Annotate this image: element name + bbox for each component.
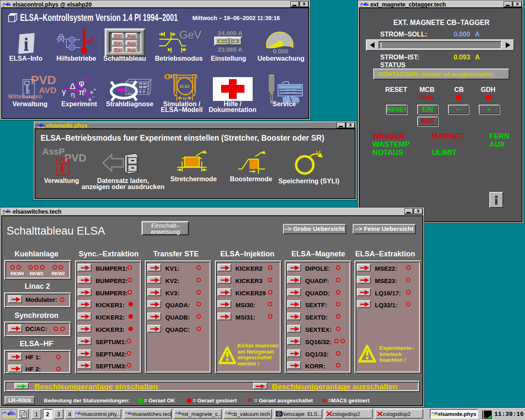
svg-text:0: 0: [83, 87, 86, 94]
svg-text:+: +: [94, 87, 96, 92]
svg-text:Ein: Ein: [114, 48, 121, 53]
svg-text:GeV: GeV: [179, 29, 201, 41]
svg-text:Δ: Δ: [70, 81, 75, 91]
svg-text:ELSA: ELSA: [4, 414, 15, 419]
svg-text:Ein: Ein: [114, 41, 121, 47]
svg-text:M: M: [70, 38, 73, 42]
svg-text:γ: γ: [62, 87, 66, 96]
svg-text:24.000 A: 24.000 A: [218, 30, 242, 37]
svg-text:Aus: Aus: [128, 48, 136, 53]
svg-text:0: 0: [92, 37, 94, 41]
svg-text:ELSA: ELSA: [432, 414, 439, 417]
svg-text:ELSA: ELSA: [176, 414, 183, 417]
svg-text:M: M: [70, 45, 73, 50]
svg-text:ELSA: ELSA: [180, 84, 189, 89]
svg-text:ELSA: ELSA: [75, 414, 82, 417]
svg-text:η: η: [71, 91, 75, 98]
svg-text:γ: γ: [316, 148, 321, 157]
svg-text:ELSA: ELSA: [226, 414, 233, 417]
svg-text:Aus: Aus: [128, 41, 136, 47]
svg-text:ELSA: ELSA: [126, 414, 132, 417]
svg-text:φ: φ: [79, 78, 84, 87]
svg-text:Ein: Ein: [114, 34, 121, 39]
svg-text:ELSA: ELSA: [4, 212, 11, 215]
svg-text:23.065 A: 23.065 A: [218, 46, 242, 53]
svg-text:Aus: Aus: [128, 34, 136, 39]
svg-text:−: −: [92, 94, 94, 99]
